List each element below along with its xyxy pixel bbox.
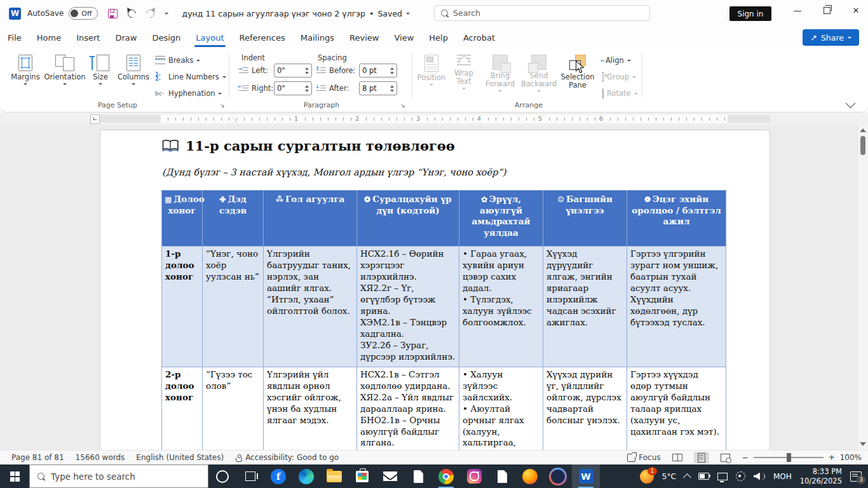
focus-mode-button[interactable]: Focus: [627, 453, 660, 462]
undo-icon[interactable]: [126, 8, 137, 19]
tab-mailings[interactable]: Mailings: [293, 27, 342, 48]
tab-review[interactable]: Review: [342, 27, 386, 48]
paragraph-dialog-launcher[interactable]: ↘: [399, 102, 407, 109]
table-cell[interactable]: Гэртээ үлгэрийн зурагт ном уншиж, баатры…: [627, 247, 726, 367]
zoom-handle[interactable]: [787, 453, 791, 462]
document-page[interactable]: 11-р сарын сургалтын төлөвлөгөө (Дунд бү…: [100, 130, 770, 450]
redo-icon[interactable]: [144, 8, 156, 19]
language-indicator[interactable]: МОН: [773, 472, 792, 481]
taskbar-app-firefox[interactable]: [516, 464, 544, 488]
table-cell[interactable]: • Халуун зүйлээс зайлсхийх. • Аюултай ор…: [459, 367, 543, 450]
taskbar-search-box[interactable]: Type here to search: [29, 464, 208, 488]
zoom-out-button[interactable]: −: [742, 453, 749, 462]
language-status[interactable]: English (United States): [136, 453, 224, 462]
spacing-before-spinner[interactable]: [390, 67, 394, 74]
tab-view[interactable]: View: [386, 27, 421, 48]
table-cell[interactable]: “Үнэг, чоно хоёр уулзсан нь”: [203, 247, 264, 367]
breaks-button[interactable]: Breaks: [155, 56, 200, 65]
save-icon[interactable]: [108, 9, 118, 18]
document-title[interactable]: дунд 11 сарын агуулгаар үнэг чоно 2 үлгэ…: [182, 9, 410, 18]
task-view-button[interactable]: [236, 464, 264, 488]
show-hidden-icons-chevron[interactable]: [683, 473, 691, 482]
table-cell[interactable]: “Гүзээ тос олов”: [203, 367, 264, 450]
taskbar-app-facebook[interactable]: f: [264, 464, 292, 488]
table-cell[interactable]: Үлгэрийн баатруудыг таних, нэрлэх, зан а…: [264, 247, 357, 367]
volume-button[interactable]: [754, 473, 765, 480]
table-cell[interactable]: 2-р долоо хоног: [162, 367, 203, 450]
taskbar-app-store[interactable]: [348, 464, 376, 488]
table-cell[interactable]: • Гараа угаах, хувийн ариун цэвэр сахих …: [459, 247, 543, 367]
read-mode-button[interactable]: [670, 452, 685, 463]
taskbar-app-chrome[interactable]: [432, 464, 460, 488]
taskbar-app-instagram[interactable]: [460, 464, 488, 488]
tab-draw[interactable]: Draw: [107, 27, 144, 48]
table-header-palette[interactable]: ❂Суралцахуйн үр дүн (кодтой): [357, 191, 459, 247]
indent-right-input[interactable]: 0": [274, 81, 312, 95]
taskbar-app-edge[interactable]: [292, 464, 320, 488]
tab-home[interactable]: Home: [29, 27, 69, 48]
size-button[interactable]: Size: [86, 52, 114, 85]
meet-now-icon[interactable]: [736, 471, 745, 481]
zoom-track[interactable]: [754, 457, 824, 458]
margins-button[interactable]: Margins: [8, 52, 43, 85]
action-center-button[interactable]: 3: [850, 471, 862, 482]
taskbar-app-word[interactable]: W: [572, 464, 600, 488]
table-header-paw[interactable]: ⁂Гол агуулга: [264, 191, 357, 247]
tab-design[interactable]: Design: [144, 27, 188, 48]
hyphenation-button[interactable]: bc- Hyphenation: [155, 89, 222, 98]
restore-button[interactable]: [812, 0, 841, 20]
word-count[interactable]: 15660 words: [76, 453, 125, 462]
table-cell[interactable]: Үлгэрийн үйл явдлын өрнөл хэсгийг ойлгож…: [264, 367, 357, 450]
indent-left-spinner[interactable]: [305, 67, 309, 74]
zoom-in-button[interactable]: +: [829, 453, 835, 462]
scroll-up-arrow[interactable]: [860, 128, 866, 132]
word-app-icon[interactable]: W: [9, 8, 21, 20]
print-layout-button[interactable]: [694, 452, 709, 463]
line-numbers-button[interactable]: 1- 2-Line Numbers: [155, 72, 226, 81]
web-layout-button[interactable]: [718, 452, 733, 463]
share-button[interactable]: ↗ Share: [803, 29, 859, 46]
taskbar-app-opera[interactable]: [544, 464, 572, 488]
tab-insert[interactable]: Insert: [69, 27, 107, 48]
autosave-toggle[interactable]: Off: [69, 7, 97, 20]
clock[interactable]: 8:33 PM 10/26/2025: [800, 467, 842, 486]
tab-help[interactable]: Help: [421, 27, 456, 48]
orientation-button[interactable]: Orientation: [44, 52, 85, 85]
start-button[interactable]: [0, 464, 29, 488]
table-cell[interactable]: Гэртээ хүүхдэд өдөр тутмын аюулгүй байдл…: [627, 367, 726, 450]
tab-file[interactable]: File: [0, 27, 29, 48]
tab-stop-selector[interactable]: ∟: [90, 114, 100, 124]
table-header-calendar[interactable]: ▦Долоо хоног: [162, 191, 203, 247]
tab-layout[interactable]: Layout: [188, 27, 231, 48]
table-cell[interactable]: 1-р долоо хоног: [162, 247, 203, 367]
taskbar-app-file-explorer[interactable]: [320, 464, 348, 488]
spacing-before-input[interactable]: 0 pt: [359, 64, 397, 78]
table-header-family[interactable]: ❁Эцэг эхийн оролцоо / бэлтгэл ажил: [627, 191, 726, 247]
page-count[interactable]: Page 81 of 81: [11, 453, 64, 462]
weather-widget[interactable]: 1: [640, 470, 654, 484]
temperature[interactable]: 5°C: [662, 472, 676, 481]
indent-right-spinner[interactable]: [305, 85, 309, 92]
table-cell[interactable]: НСХ2.1в – Сэтгэл хөдлөлөө удирдана. ХЯ2.…: [357, 367, 459, 450]
cortana-button[interactable]: [208, 464, 236, 488]
scrollbar-thumb[interactable]: [860, 136, 865, 155]
close-button[interactable]: ✕: [841, 0, 868, 20]
table-header-teacher[interactable]: ☺Багшийн үнэлгээ: [543, 191, 627, 247]
accessibility-status[interactable]: Accessibility: Good to go: [235, 453, 339, 462]
columns-button[interactable]: Columns: [116, 52, 151, 85]
align-button[interactable]: Align: [602, 56, 631, 65]
search-box[interactable]: Search: [434, 5, 650, 21]
spacing-after-spinner[interactable]: [390, 85, 394, 92]
minimize-button[interactable]: —: [783, 0, 812, 20]
tab-references[interactable]: References: [232, 27, 293, 48]
document-heading[interactable]: 11-р сарын сургалтын төлөвлөгөө: [162, 138, 455, 154]
battery-icon[interactable]: [698, 473, 709, 480]
table-cell[interactable]: Хүүхэд дүрийн үг, үйлдлийг ойлгож, дүрсл…: [543, 367, 627, 450]
sign-in-button[interactable]: Sign in: [729, 6, 771, 21]
document-subtitle[interactable]: (Дунд бүлэг – 3 настай хүүхэд, Монгол ар…: [162, 167, 506, 177]
tab-acrobat[interactable]: Acrobat: [456, 27, 503, 48]
vertical-scrollbar[interactable]: [857, 125, 868, 450]
collapse-ribbon-chevron-icon[interactable]: [846, 98, 856, 109]
page-setup-dialog-launcher[interactable]: ↘: [219, 102, 226, 109]
customize-qat-chevron-icon[interactable]: [165, 13, 168, 15]
